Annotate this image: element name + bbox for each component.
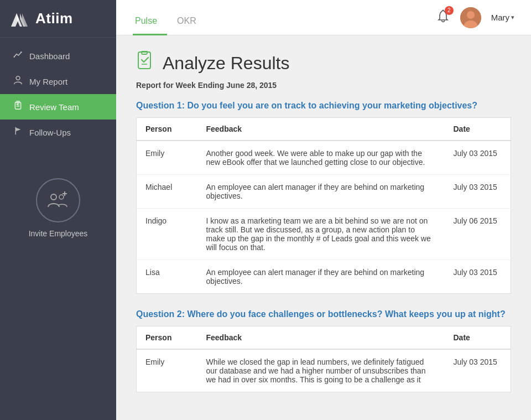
- sidebar-item-review-team-label: Review Team: [29, 102, 79, 112]
- table-header-row: Person Feedback Date: [137, 326, 511, 350]
- sidebar-item-dashboard-label: Dashboard: [29, 51, 70, 61]
- main: Pulse OKR 2: [116, 0, 531, 420]
- flag-icon: [13, 126, 23, 138]
- question-1-block: Question 1: Do you feel you are on track…: [136, 101, 511, 294]
- svg-point-6: [16, 76, 20, 80]
- table-row: Indigo I know as a marketing team we are…: [137, 209, 511, 260]
- col-header-person: Person: [137, 118, 197, 141]
- feedback-cell: Another good week. We were able to make …: [197, 141, 445, 175]
- col-header-feedback-2: Feedback: [197, 326, 445, 350]
- table-row: Emily While we closed the gap in lead nu…: [137, 349, 511, 392]
- table-header-row: Person Feedback Date: [137, 118, 511, 141]
- col-header-date: Date: [445, 118, 511, 141]
- chart-icon: [13, 50, 23, 62]
- date-cell: July 03 2015: [445, 175, 511, 209]
- page-title: Analyze Results: [163, 53, 289, 74]
- analyze-icon: [136, 51, 156, 75]
- sidebar-item-follow-ups-label: Follow-Ups: [29, 128, 71, 137]
- notification-count: 2: [445, 6, 454, 15]
- date-cell: July 03 2015: [445, 349, 511, 392]
- question-1-table: Person Feedback Date Emily Another good …: [136, 117, 511, 294]
- feedback-cell: I know as a marketing team we are a bit …: [197, 209, 445, 260]
- col-header-feedback: Feedback: [197, 118, 445, 141]
- report-date: Report for Week Ending June 28, 2015: [136, 81, 511, 90]
- clipboard-icon: [13, 101, 23, 113]
- sidebar-logo: Atiim: [0, 0, 116, 38]
- chevron-down-icon: ▾: [511, 14, 514, 21]
- invite-section: Invite Employees: [0, 167, 116, 249]
- invite-employees-label: Invite Employees: [29, 229, 88, 238]
- question-2-block: Question 2: Where do you face challenges…: [136, 309, 511, 392]
- date-cell: July 03 2015: [445, 260, 511, 294]
- sidebar: Atiim Dashboard My Report: [0, 0, 116, 420]
- tab-pulse[interactable]: Pulse: [133, 16, 167, 35]
- content-area: Analyze Results Report for Week Ending J…: [116, 35, 531, 420]
- sidebar-item-dashboard[interactable]: Dashboard: [0, 43, 116, 69]
- header-right: 2 Mary ▾: [436, 7, 514, 28]
- svg-point-13: [51, 194, 56, 200]
- svg-marker-12: [15, 128, 20, 132]
- header: Pulse OKR 2: [116, 0, 531, 35]
- table-row: Michael An employee can alert manager if…: [137, 175, 511, 209]
- nav-items: Dashboard My Report: [0, 43, 116, 145]
- logo-text: Atiim: [35, 10, 73, 27]
- header-tabs: Pulse OKR: [133, 0, 436, 35]
- col-header-person-2: Person: [137, 326, 197, 350]
- question-2-heading: Question 2: Where do you face challenges…: [136, 309, 511, 319]
- table-row: Lisa An employee can alert manager if th…: [137, 260, 511, 294]
- person-cell: Emily: [137, 349, 197, 392]
- date-cell: July 03 2015: [445, 141, 511, 175]
- user-menu[interactable]: Mary ▾: [491, 13, 514, 22]
- person-cell: Lisa: [137, 260, 197, 294]
- svg-point-5: [20, 51, 22, 53]
- svg-point-14: [59, 195, 64, 199]
- avatar: [460, 7, 481, 28]
- table-row: Emily Another good week. We were able to…: [137, 141, 511, 175]
- tab-okr[interactable]: OKR: [175, 16, 206, 35]
- sidebar-item-my-report[interactable]: My Report: [0, 69, 116, 94]
- date-cell: July 06 2015: [445, 209, 511, 260]
- notifications-bell[interactable]: 2: [436, 9, 450, 27]
- question-2-table: Person Feedback Date Emily While we clos…: [136, 326, 511, 392]
- invite-employees-button[interactable]: [36, 178, 80, 222]
- person-cell: Indigo: [137, 209, 197, 260]
- feedback-cell: An employee can alert manager if they ar…: [197, 260, 445, 294]
- svg-point-4: [13, 56, 15, 58]
- page-header: Analyze Results: [136, 51, 511, 75]
- sidebar-item-follow-ups[interactable]: Follow-Ups: [0, 120, 116, 145]
- logo-icon: [11, 11, 31, 27]
- person-icon: [13, 75, 23, 87]
- feedback-cell: While we closed the gap in lead numbers,…: [197, 349, 445, 392]
- sidebar-item-my-report-label: My Report: [29, 77, 67, 86]
- person-cell: Michael: [137, 175, 197, 209]
- svg-point-19: [467, 11, 475, 19]
- sidebar-item-review-team[interactable]: Review Team: [0, 94, 116, 120]
- col-header-date-2: Date: [445, 326, 511, 350]
- feedback-cell: An employee can alert manager if they ar…: [197, 175, 445, 209]
- person-cell: Emily: [137, 141, 197, 175]
- user-name-label: Mary: [491, 13, 509, 22]
- question-1-heading: Question 1: Do you feel you are on track…: [136, 101, 511, 111]
